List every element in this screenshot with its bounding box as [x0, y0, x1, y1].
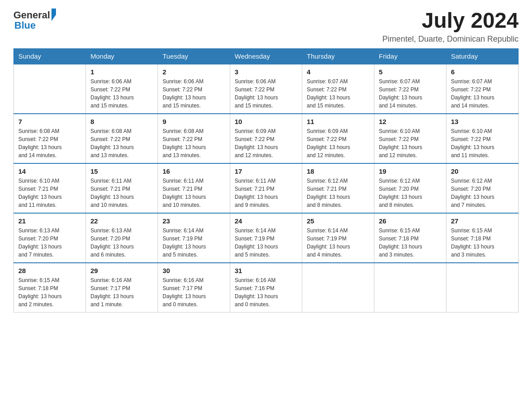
- calendar-cell: 6Sunrise: 6:07 AM Sunset: 7:22 PM Daylig…: [446, 64, 519, 114]
- day-info-text: Sunrise: 6:09 AM Sunset: 7:22 PM Dayligh…: [307, 127, 369, 159]
- location-subtitle: Pimentel, Duarte, Dominican Republic: [382, 34, 519, 44]
- calendar-cell: [374, 263, 446, 313]
- day-number: 24: [235, 217, 297, 225]
- day-number: 15: [90, 167, 153, 175]
- calendar-week-row: 14Sunrise: 6:10 AM Sunset: 7:21 PM Dayli…: [14, 163, 519, 213]
- day-info-text: Sunrise: 6:11 AM Sunset: 7:21 PM Dayligh…: [163, 177, 225, 209]
- day-info-text: Sunrise: 6:09 AM Sunset: 7:22 PM Dayligh…: [235, 127, 297, 159]
- page-header: General Blue July 2024 Pimentel, Duarte,…: [13, 9, 519, 44]
- logo: General Blue: [13, 9, 56, 31]
- calendar-cell: 17Sunrise: 6:11 AM Sunset: 7:21 PM Dayli…: [230, 163, 302, 213]
- calendar-cell: 13Sunrise: 6:10 AM Sunset: 7:22 PM Dayli…: [446, 114, 519, 163]
- day-number: 28: [18, 267, 81, 274]
- calendar-cell: 31Sunrise: 6:16 AM Sunset: 7:16 PM Dayli…: [230, 263, 302, 313]
- day-info-text: Sunrise: 6:06 AM Sunset: 7:22 PM Dayligh…: [163, 77, 225, 110]
- day-number: 8: [90, 118, 153, 125]
- weekday-header-thursday: Thursday: [302, 48, 374, 64]
- day-info-text: Sunrise: 6:07 AM Sunset: 7:22 PM Dayligh…: [451, 77, 514, 110]
- day-number: 29: [90, 267, 153, 274]
- day-info-text: Sunrise: 6:13 AM Sunset: 7:20 PM Dayligh…: [90, 227, 153, 259]
- calendar-cell: 12Sunrise: 6:10 AM Sunset: 7:22 PM Dayli…: [374, 114, 446, 163]
- calendar-week-row: 21Sunrise: 6:13 AM Sunset: 7:20 PM Dayli…: [14, 213, 519, 263]
- calendar-cell: 15Sunrise: 6:11 AM Sunset: 7:21 PM Dayli…: [86, 163, 158, 213]
- calendar-cell: 30Sunrise: 6:16 AM Sunset: 7:17 PM Dayli…: [158, 263, 230, 313]
- calendar-cell: 9Sunrise: 6:08 AM Sunset: 7:22 PM Daylig…: [158, 114, 230, 163]
- day-info-text: Sunrise: 6:08 AM Sunset: 7:22 PM Dayligh…: [18, 127, 81, 159]
- logo-triangle-icon: [51, 9, 56, 21]
- day-info-text: Sunrise: 6:15 AM Sunset: 7:18 PM Dayligh…: [379, 227, 442, 259]
- day-info-text: Sunrise: 6:12 AM Sunset: 7:20 PM Dayligh…: [451, 177, 514, 209]
- calendar-cell: 8Sunrise: 6:08 AM Sunset: 7:22 PM Daylig…: [86, 114, 158, 163]
- calendar-cell: 2Sunrise: 6:06 AM Sunset: 7:22 PM Daylig…: [158, 64, 230, 114]
- calendar-cell: 16Sunrise: 6:11 AM Sunset: 7:21 PM Dayli…: [158, 163, 230, 213]
- day-info-text: Sunrise: 6:11 AM Sunset: 7:21 PM Dayligh…: [235, 177, 297, 209]
- day-number: 20: [451, 167, 514, 175]
- calendar-cell: 3Sunrise: 6:06 AM Sunset: 7:22 PM Daylig…: [230, 64, 302, 114]
- day-number: 7: [18, 118, 81, 125]
- day-info-text: Sunrise: 6:14 AM Sunset: 7:19 PM Dayligh…: [307, 227, 369, 259]
- day-number: 13: [451, 118, 514, 125]
- title-area: July 2024 Pimentel, Duarte, Dominican Re…: [382, 9, 519, 44]
- day-number: 31: [235, 267, 297, 274]
- calendar-cell: 11Sunrise: 6:09 AM Sunset: 7:22 PM Dayli…: [302, 114, 374, 163]
- calendar-week-row: 28Sunrise: 6:15 AM Sunset: 7:18 PM Dayli…: [14, 263, 519, 313]
- day-number: 16: [163, 167, 225, 175]
- calendar-cell: 23Sunrise: 6:14 AM Sunset: 7:19 PM Dayli…: [158, 213, 230, 263]
- calendar-header-row: SundayMondayTuesdayWednesdayThursdayFrid…: [14, 48, 519, 64]
- calendar-cell: 14Sunrise: 6:10 AM Sunset: 7:21 PM Dayli…: [14, 163, 86, 213]
- day-info-text: Sunrise: 6:13 AM Sunset: 7:20 PM Dayligh…: [18, 227, 81, 259]
- day-number: 17: [235, 167, 297, 175]
- day-info-text: Sunrise: 6:08 AM Sunset: 7:22 PM Dayligh…: [90, 127, 153, 159]
- day-number: 21: [18, 217, 81, 225]
- calendar-cell: [302, 263, 374, 313]
- day-info-text: Sunrise: 6:06 AM Sunset: 7:22 PM Dayligh…: [90, 77, 153, 110]
- day-number: 14: [18, 167, 81, 175]
- day-info-text: Sunrise: 6:06 AM Sunset: 7:22 PM Dayligh…: [235, 77, 297, 110]
- calendar-week-row: 7Sunrise: 6:08 AM Sunset: 7:22 PM Daylig…: [14, 114, 519, 163]
- day-info-text: Sunrise: 6:08 AM Sunset: 7:22 PM Dayligh…: [163, 127, 225, 159]
- day-info-text: Sunrise: 6:10 AM Sunset: 7:22 PM Dayligh…: [379, 127, 442, 159]
- calendar-cell: [446, 263, 519, 313]
- day-info-text: Sunrise: 6:12 AM Sunset: 7:20 PM Dayligh…: [379, 177, 442, 209]
- day-number: 23: [163, 217, 225, 225]
- day-number: 18: [307, 167, 369, 175]
- day-info-text: Sunrise: 6:07 AM Sunset: 7:22 PM Dayligh…: [307, 77, 369, 110]
- day-number: 6: [451, 68, 514, 76]
- calendar-cell: 24Sunrise: 6:14 AM Sunset: 7:19 PM Dayli…: [230, 213, 302, 263]
- day-number: 12: [379, 118, 442, 125]
- weekday-header-saturday: Saturday: [446, 48, 519, 64]
- day-info-text: Sunrise: 6:10 AM Sunset: 7:22 PM Dayligh…: [451, 127, 514, 159]
- day-number: 19: [379, 167, 442, 175]
- day-info-text: Sunrise: 6:10 AM Sunset: 7:21 PM Dayligh…: [18, 177, 81, 209]
- day-number: 5: [379, 68, 442, 76]
- day-info-text: Sunrise: 6:16 AM Sunset: 7:17 PM Dayligh…: [163, 276, 225, 308]
- calendar-cell: 19Sunrise: 6:12 AM Sunset: 7:20 PM Dayli…: [374, 163, 446, 213]
- day-number: 1: [90, 68, 153, 76]
- day-number: 27: [451, 217, 514, 225]
- day-info-text: Sunrise: 6:12 AM Sunset: 7:21 PM Dayligh…: [307, 177, 369, 209]
- day-info-text: Sunrise: 6:15 AM Sunset: 7:18 PM Dayligh…: [18, 276, 81, 308]
- calendar-cell: 27Sunrise: 6:15 AM Sunset: 7:18 PM Dayli…: [446, 213, 519, 263]
- day-info-text: Sunrise: 6:14 AM Sunset: 7:19 PM Dayligh…: [163, 227, 225, 259]
- calendar-cell: 1Sunrise: 6:06 AM Sunset: 7:22 PM Daylig…: [86, 64, 158, 114]
- calendar-cell: 25Sunrise: 6:14 AM Sunset: 7:19 PM Dayli…: [302, 213, 374, 263]
- weekday-header-sunday: Sunday: [14, 48, 86, 64]
- day-number: 9: [163, 118, 225, 125]
- calendar-cell: 22Sunrise: 6:13 AM Sunset: 7:20 PM Dayli…: [86, 213, 158, 263]
- day-number: 10: [235, 118, 297, 125]
- calendar-cell: 5Sunrise: 6:07 AM Sunset: 7:22 PM Daylig…: [374, 64, 446, 114]
- calendar-cell: 20Sunrise: 6:12 AM Sunset: 7:20 PM Dayli…: [446, 163, 519, 213]
- calendar-cell: [14, 64, 86, 114]
- day-number: 25: [307, 217, 369, 225]
- calendar-cell: 21Sunrise: 6:13 AM Sunset: 7:20 PM Dayli…: [14, 213, 86, 263]
- month-year-title: July 2024: [382, 9, 519, 33]
- calendar-cell: 4Sunrise: 6:07 AM Sunset: 7:22 PM Daylig…: [302, 64, 374, 114]
- day-number: 26: [379, 217, 442, 225]
- day-number: 3: [235, 68, 297, 76]
- calendar-cell: 26Sunrise: 6:15 AM Sunset: 7:18 PM Dayli…: [374, 213, 446, 263]
- calendar-week-row: 1Sunrise: 6:06 AM Sunset: 7:22 PM Daylig…: [14, 64, 519, 114]
- calendar-cell: 29Sunrise: 6:16 AM Sunset: 7:17 PM Dayli…: [86, 263, 158, 313]
- day-number: 30: [163, 267, 225, 274]
- weekday-header-tuesday: Tuesday: [158, 48, 230, 64]
- day-info-text: Sunrise: 6:16 AM Sunset: 7:17 PM Dayligh…: [90, 276, 153, 308]
